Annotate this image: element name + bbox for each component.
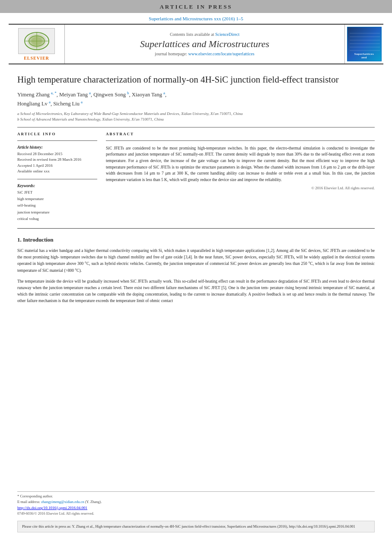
article-info-heading: ARTICLE INFO [17,132,97,136]
elsevier-logo-image [18,28,55,54]
intro-paragraph-1: SiC material has a wider bandgap and a h… [17,248,375,274]
author-qingwen: Qingwen Song [93,92,126,98]
section-divider-1 [17,127,375,127]
author-hongliang: Hongliang Lv [17,101,48,107]
author-yimeng: Yimeng Zhang [17,92,50,98]
received-date: Received 28 December 2015 [17,151,97,157]
keyword-3: self-heating [17,202,97,209]
accepted-date: Accepted 1 April 2016 [17,163,97,169]
contents-line: Contents lists available at ScienceDirec… [170,32,239,37]
intro-title: Introduction [23,236,54,243]
copyright-line: © 2016 Elsevier Ltd. All rights reserved… [106,186,375,190]
keywords-label: Keywords: [17,184,97,188]
journal-ref-link[interactable]: Superlattices and Microstructures xxx (2… [149,16,243,21]
intro-number: 1. [17,236,22,243]
intro-section-title: 1. Introduction [17,236,375,243]
journal-header-center: Contents lists available at ScienceDirec… [65,25,344,64]
journal-logo-right: Superlattices and [344,25,383,64]
article-content: High temperature characterization of nor… [0,64,392,487]
brand-name-2: and [361,56,367,59]
email-note: E-mail address: zhangyimeng@xidian.edu.c… [17,499,375,505]
email-person: (Y. Zhang). [85,500,102,504]
journal-header: ELSEVIER Contents lists available at Sci… [9,24,383,64]
revised-date: Received in revised form 28 March 2016 [17,157,97,163]
author-sicheng: Sicheng Liu [53,101,80,107]
abstract-heading: ABSTRACT [106,132,375,136]
email-link[interactable]: zhangyimeng@xidian.edu.cn [41,500,84,504]
journal-ref-bar: Superlattices and Microstructures xxx (2… [0,13,392,24]
email-label: E-mail address: [17,500,40,504]
superlattices-logo: Superlattices and [347,27,382,61]
homepage-link[interactable]: www.elsevier.com/locate/superlattices [188,51,255,56]
journal-title: Superlattices and Microstructures [140,38,269,50]
keyword-2: high temperature [17,196,97,202]
abstract-column: ABSTRACT SiC JFETs are considered to be … [106,132,375,222]
keywords-divider [17,179,97,179]
homepage-line: journal homepage: www.elsevier.com/locat… [155,51,254,56]
available-online: Available online xxx [17,169,97,175]
cite-box: Please cite this article in press as: Y.… [17,521,375,532]
elsevier-logo-area: ELSEVIER [9,25,65,64]
footnote-divider [17,491,375,492]
paper-title: High temperature characterization of nor… [17,74,375,86]
keyword-4: junction temperature [17,209,97,216]
abstract-divider [106,140,375,141]
footnote-area: * Corresponding author. E-mail address: … [0,494,392,505]
doi-line: http://dx.doi.org/10.1016/j.spmi.2016.04… [0,504,392,511]
issn-line: 0749-6036/© 2016 Elsevier Ltd. All right… [0,511,392,518]
banner-label: ARTICLE IN PRESS [159,3,232,10]
elsevier-wordmark: ELSEVIER [24,56,49,61]
info-divider [17,140,97,141]
abstract-text: SiC JFETs are considered to be the most … [106,145,375,183]
intro-paragraph-2: The temperature inside the device will b… [17,278,375,305]
affiliation-a: a School of Microelectronics, Key Labora… [17,111,375,117]
history-label: Article history: [17,145,97,150]
author-meiyan: Meiyan Tang [59,92,88,98]
doi-link[interactable]: http://dx.doi.org/10.1016/j.spmi.2016.04… [17,506,87,510]
two-col-section: ARTICLE INFO Article history: Received 2… [17,132,375,222]
svg-point-1 [29,36,45,46]
authors-line: Yimeng Zhang a, *, Meiyan Tang a, Qingwe… [17,90,375,108]
keyword-1: SiC JFET [17,189,97,196]
main-divider [17,228,375,229]
sciencedirect-link[interactable]: ScienceDirect [215,32,239,37]
affiliation-b: b School of Advanced Materials and Nanot… [17,117,375,123]
author-xiaoyan: Xiaoyan Tang [132,92,162,98]
elsevier-logo: ELSEVIER [18,28,55,61]
article-in-press-banner: ARTICLE IN PRESS [0,0,392,13]
article-info-column: ARTICLE INFO Article history: Received 2… [17,132,97,222]
keyword-5: critical voltag [17,216,97,222]
corresponding-note: * Corresponding author. [17,494,375,499]
affiliations: a School of Microelectronics, Key Labora… [17,111,375,123]
page: ARTICLE IN PRESS Superlattices and Micro… [0,0,392,535]
brand-name-1: Superlattices [354,52,374,56]
svg-point-0 [25,32,49,50]
